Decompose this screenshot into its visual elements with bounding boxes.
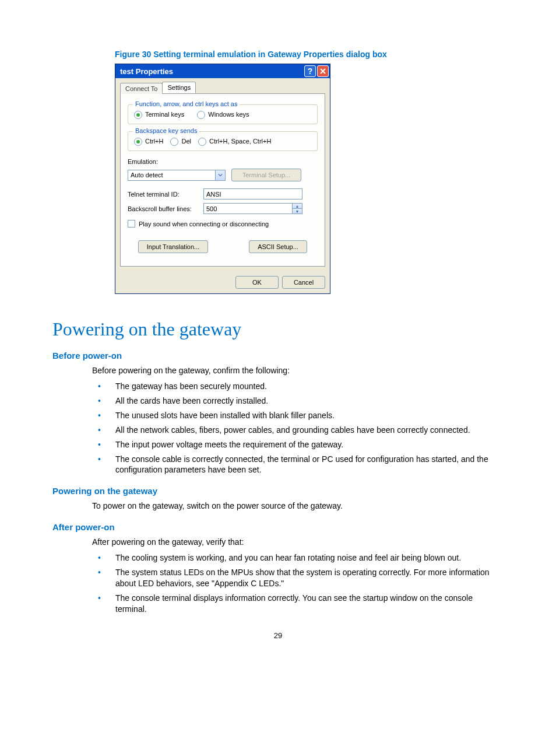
help-button[interactable]: ? xyxy=(304,65,316,77)
radio-icon xyxy=(197,111,205,119)
play-sound-checkbox[interactable] xyxy=(128,220,135,228)
radio-ctrlh-label: Ctrl+H xyxy=(145,138,163,145)
radio-terminal-keys[interactable]: Terminal keys xyxy=(134,111,184,119)
backscroll-label: Backscroll buffer lines: xyxy=(128,205,203,212)
ok-button[interactable]: OK xyxy=(235,276,279,289)
radio-del-label: Del xyxy=(181,138,191,145)
chevron-down-icon xyxy=(215,170,225,180)
figure-caption: Figure 30 Setting terminal emulation in … xyxy=(115,50,504,59)
before-power-on-intro: Before powering on the gateway, confirm … xyxy=(92,365,504,376)
close-icon xyxy=(320,68,326,74)
subheading-before-power-on: Before power-on xyxy=(52,351,504,360)
radio-del[interactable]: Del xyxy=(170,138,191,146)
group-backspace-title: Backspace key sends xyxy=(133,127,199,134)
before-power-on-list: The gateway has been securely mounted. A… xyxy=(92,381,504,475)
list-item: The console terminal displays informatio… xyxy=(92,593,504,615)
document-page: Figure 30 Setting terminal emulation in … xyxy=(0,0,556,663)
spinner-icon[interactable]: ▲▼ xyxy=(292,204,302,214)
page-number: 29 xyxy=(52,631,504,640)
titlebar[interactable]: test Properties ? xyxy=(115,64,330,78)
radio-windows-keys[interactable]: Windows keys xyxy=(197,111,249,119)
radio-terminal-keys-label: Terminal keys xyxy=(145,111,184,118)
list-item: All the network cables, fibers, power ca… xyxy=(92,425,504,436)
dialog-footer: OK Cancel xyxy=(115,271,330,293)
telnet-id-value: ANSI xyxy=(206,191,221,198)
section-heading-powering-on: Powering on the gateway xyxy=(52,318,504,340)
properties-dialog: test Properties ? Connect To Settings Fu… xyxy=(115,64,330,294)
list-item: The input power voltage meets the requir… xyxy=(92,439,504,450)
radio-ctrlh-space-label: Ctrl+H, Space, Ctrl+H xyxy=(209,138,271,145)
tab-settings[interactable]: Settings xyxy=(162,82,196,93)
window-title: test Properties xyxy=(120,67,303,76)
subheading-after-power-on: After power-on xyxy=(52,522,504,532)
group-backspace: Backspace key sends Ctrl+H Del Ctrl+H, S… xyxy=(128,131,318,151)
close-button[interactable] xyxy=(317,65,329,77)
tab-bar: Connect To Settings xyxy=(120,82,325,94)
radio-icon xyxy=(198,138,206,146)
input-translation-button[interactable]: Input Translation... xyxy=(138,240,208,253)
tab-panel-settings: Function, arrow, and ctrl keys act as Te… xyxy=(120,93,325,267)
emulation-select[interactable]: Auto detect xyxy=(128,170,226,181)
list-item: All the cards have been correctly instal… xyxy=(92,396,504,407)
list-item: The gateway has been securely mounted. xyxy=(92,381,504,392)
terminal-setup-button[interactable]: Terminal Setup... xyxy=(231,169,301,181)
backscroll-input[interactable]: 500 ▲▼ xyxy=(203,203,302,214)
tab-connect-to[interactable]: Connect To xyxy=(120,83,163,94)
powering-on-body: To power on the gateway, switch on the p… xyxy=(92,501,504,512)
subheading-powering-on: Powering on the gateway xyxy=(52,486,504,496)
after-power-on-intro: After powering on the gateway, verify th… xyxy=(92,537,504,548)
group-function-keys-title: Function, arrow, and ctrl keys act as xyxy=(133,100,240,107)
play-sound-label: Play sound when connecting or disconnect… xyxy=(139,220,269,228)
radio-windows-keys-label: Windows keys xyxy=(208,111,249,118)
backscroll-value: 500 xyxy=(204,204,292,214)
telnet-id-label: Telnet terminal ID: xyxy=(128,191,203,198)
list-item: The unused slots have been installed wit… xyxy=(92,410,504,421)
emulation-label: Emulation: xyxy=(128,158,158,165)
radio-icon xyxy=(170,138,178,146)
list-item: The console cable is correctly connected… xyxy=(92,454,504,476)
list-item: The cooling system is working, and you c… xyxy=(92,552,504,564)
cancel-button[interactable]: Cancel xyxy=(282,276,325,289)
ascii-setup-button[interactable]: ASCII Setup... xyxy=(249,240,307,253)
list-item: The system status LEDs on the MPUs show … xyxy=(92,567,504,589)
telnet-id-input[interactable]: ANSI xyxy=(203,188,302,200)
radio-icon xyxy=(134,138,142,146)
emulation-value: Auto detect xyxy=(128,170,215,180)
radio-icon xyxy=(134,111,142,119)
after-power-on-list: The cooling system is working, and you c… xyxy=(92,552,504,614)
radio-ctrlh-space[interactable]: Ctrl+H, Space, Ctrl+H xyxy=(198,138,271,146)
radio-ctrlh[interactable]: Ctrl+H xyxy=(134,138,163,146)
group-function-keys: Function, arrow, and ctrl keys act as Te… xyxy=(128,104,318,124)
